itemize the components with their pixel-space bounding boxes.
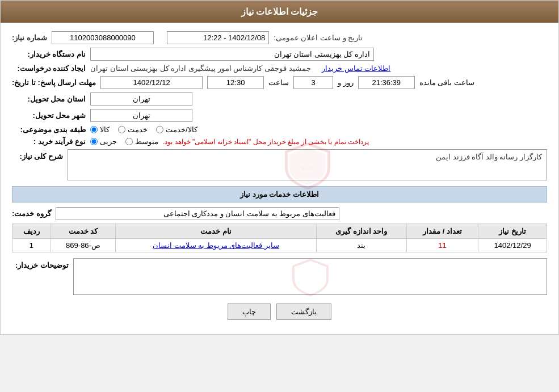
category-label-3: کالا/خدمت bbox=[166, 125, 197, 134]
shield-watermark-icon: AnaT bbox=[279, 140, 336, 191]
service-group-value: فعالیت‌های مربوط به سلامت انسان و مددکار… bbox=[56, 207, 339, 220]
main-content: تاریخ و ساعت اعلان عمومی: 1402/12/08 - 1… bbox=[1, 23, 558, 334]
purchase-type-option-2: متوسط bbox=[125, 137, 158, 146]
category-radio-3[interactable] bbox=[156, 126, 163, 133]
col-header-row: ردیف bbox=[12, 224, 51, 239]
page-title: جزئیات اطلاعات نیاز bbox=[241, 7, 318, 16]
col-header-unit: واحد اندازه گیری bbox=[316, 224, 406, 239]
buyer-org-value: اداره کل بهزیستی استان تهران bbox=[90, 48, 374, 61]
purchase-type-label-2: متوسط bbox=[135, 137, 158, 146]
row-deadline: ساعت باقی مانده 21:36:39 روز و 3 ساعت 12… bbox=[12, 76, 547, 89]
row-province: تهران استان محل تحویل: bbox=[12, 92, 547, 106]
page-header: جزئیات اطلاعات نیاز bbox=[1, 1, 558, 23]
col-header-service-name: نام خدمت bbox=[116, 224, 316, 239]
need-description-label: شرح کلی نیاز: bbox=[12, 149, 63, 161]
purchase-type-label-1: جزیی bbox=[100, 137, 117, 146]
row-category: کالا/خدمت خدمت کالا طبقه بندی موضوعی: bbox=[12, 125, 547, 134]
need-description-value: کارگزار رسانه والد آگاه فرزند ایمن bbox=[436, 153, 542, 161]
buyer-org-label: نام دستگاه خریدار: bbox=[12, 50, 86, 58]
need-number-label: شماره نیاز: bbox=[12, 33, 47, 42]
row-purchase-type: پرداخت تمام یا بخشی از مبلغ خریداز محل "… bbox=[12, 137, 547, 146]
city-label: شهر محل تحویل: bbox=[12, 111, 86, 120]
deadline-remaining-value: 21:36:39 bbox=[358, 76, 415, 89]
row-buyer-org: اداره کل بهزیستی استان تهران نام دستگاه … bbox=[12, 48, 547, 61]
deadline-label: مهلت ارسال پاسخ: تا تاریخ: bbox=[12, 78, 96, 87]
province-value: تهران bbox=[90, 92, 192, 106]
row-creator: اطلاعات تماس خریدار جمشید فوجقی کارشناس … bbox=[12, 64, 547, 73]
category-label: طبقه بندی موضوعی: bbox=[12, 125, 86, 134]
deadline-time-value: 12:30 bbox=[207, 76, 264, 89]
category-option-3: کالا/خدمت bbox=[156, 125, 197, 134]
button-row: بازگشت چاپ bbox=[12, 304, 547, 320]
cell-row: 1 bbox=[12, 239, 51, 252]
col-header-service-code: کد خدمت bbox=[51, 224, 116, 239]
services-section-title: اطلاعات خدمات مورد نیاز bbox=[12, 186, 547, 203]
table-row: 1402/12/29 11 بند سایر فعالیت‌های مربوط … bbox=[12, 239, 547, 252]
cell-date: 1402/12/29 bbox=[478, 239, 547, 252]
creator-value: جمشید فوجقی کارشناس امور پیشگیری اداره ک… bbox=[90, 64, 311, 73]
row-service-group: فعالیت‌های مربوط به سلامت انسان و مددکار… bbox=[12, 207, 547, 220]
need-number-value: 1102003088000090 bbox=[52, 31, 154, 44]
category-label-2: خدمت bbox=[128, 125, 148, 134]
announce-date-value: 1402/12/08 - 12:22 bbox=[167, 31, 269, 44]
deadline-remaining-label: ساعت باقی مانده bbox=[419, 78, 474, 87]
deadline-day-value: 3 bbox=[293, 76, 333, 89]
category-radio-group: کالا/خدمت خدمت کالا bbox=[90, 125, 197, 134]
col-header-date: تاریخ نیاز bbox=[478, 224, 547, 239]
buyer-description-label: توضیحات خریدار: bbox=[12, 258, 69, 269]
shield-watermark-2-icon bbox=[288, 256, 333, 297]
creator-link[interactable]: اطلاعات تماس خریدار bbox=[322, 64, 390, 73]
need-description-section: AnaT کارگزار رسانه والد آگاه فرزند ایمن … bbox=[12, 149, 547, 180]
creator-label: ایجاد کننده درخواست: bbox=[12, 64, 86, 73]
page-wrapper: جزئیات اطلاعات نیاز تاریخ و ساعت اعلان ع… bbox=[0, 0, 559, 335]
row-need-number: تاریخ و ساعت اعلان عمومی: 1402/12/08 - 1… bbox=[12, 31, 547, 44]
purchase-type-option-1: جزیی bbox=[90, 137, 117, 146]
deadline-date-value: 1402/12/12 bbox=[100, 76, 203, 89]
need-description-area: AnaT کارگزار رسانه والد آگاه فرزند ایمن bbox=[68, 149, 547, 180]
announce-date-label: تاریخ و ساعت اعلان عمومی: bbox=[274, 33, 363, 42]
deadline-time-label: ساعت bbox=[268, 78, 289, 87]
category-radio-1[interactable] bbox=[90, 126, 98, 133]
cell-unit: بند bbox=[316, 239, 406, 252]
purchase-type-radio-2[interactable] bbox=[125, 138, 133, 145]
service-group-label: گروه خدمت: bbox=[12, 209, 51, 218]
back-button[interactable]: بازگشت bbox=[276, 304, 331, 320]
cell-service-code: ص-86-869 bbox=[51, 239, 116, 252]
purchase-type-radio-1[interactable] bbox=[90, 138, 98, 145]
deadline-day-label: روز و bbox=[338, 78, 354, 87]
province-label: استان محل تحویل: bbox=[12, 95, 86, 103]
purchase-type-label: نوع فرآیند خرید : bbox=[12, 137, 86, 146]
buyer-description-area bbox=[73, 258, 547, 295]
category-radio-2[interactable] bbox=[118, 126, 125, 133]
category-option-2: خدمت bbox=[118, 125, 148, 134]
buyer-description-box bbox=[73, 258, 547, 295]
print-button[interactable]: چاپ bbox=[228, 304, 271, 320]
services-table: تاریخ نیاز تعداد / مقدار واحد اندازه گیر… bbox=[12, 224, 547, 252]
row-city: تهران شهر محل تحویل: bbox=[12, 109, 547, 122]
need-description-box: AnaT کارگزار رسانه والد آگاه فرزند ایمن bbox=[68, 149, 547, 180]
city-value: تهران bbox=[90, 109, 192, 122]
purchase-type-note: پرداخت تمام یا بخشی از مبلغ خریداز محل "… bbox=[163, 138, 369, 146]
purchase-type-radio-group: متوسط جزیی bbox=[90, 137, 158, 146]
category-label-1: کالا bbox=[100, 125, 110, 134]
cell-service-name: سایر فعالیت‌های مربوط به سلامت انسان bbox=[116, 239, 316, 252]
col-header-quantity: تعداد / مقدار bbox=[406, 224, 478, 239]
cell-quantity: 11 bbox=[406, 239, 478, 252]
category-option-1: کالا bbox=[90, 125, 110, 134]
buyer-description-section: توضیحات خریدار: bbox=[12, 258, 547, 295]
svg-text:AnaT: AnaT bbox=[301, 166, 314, 172]
